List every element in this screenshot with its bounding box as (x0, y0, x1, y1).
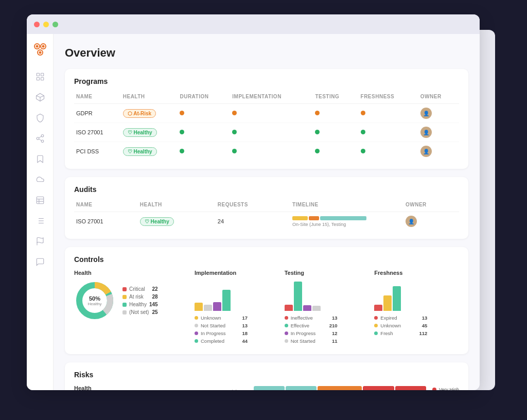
svg-line-15 (40, 96, 44, 97)
sidebar-item-grid[interactable] (34, 71, 46, 82)
audits-card: Audits NAME HEALTH REQUESTS TIMELINE OWN… (65, 177, 468, 239)
health-label: Health (74, 270, 187, 276)
avatar: 👤 (420, 127, 432, 138)
testing-panel: Testing Ineffective13 Effective210 In Pr… (285, 270, 370, 346)
col-duration: DURATION (178, 92, 230, 104)
sidebar-item-package[interactable] (34, 92, 46, 103)
page-title: Overview (65, 46, 468, 60)
heatmap-table: Very High 0 0 8 1 (205, 385, 427, 390)
sidebar-item-shield[interactable] (34, 112, 46, 124)
svg-line-20 (39, 139, 41, 141)
svg-point-7 (42, 45, 44, 48)
donut-label: Healthy (87, 302, 101, 306)
freshness-panel: Freshness Expired13 Unknown45 Fresh112 (374, 270, 459, 346)
col-implementation: IMPLEMENTATION (230, 92, 313, 104)
controls-metrics: Implementation Unknown17 Not Started13 (195, 270, 459, 346)
programs-table: NAME HEALTH DURATION IMPLEMENTATION TEST… (74, 92, 459, 161)
svg-point-8 (39, 51, 41, 54)
col-owner: OWNER (418, 92, 459, 104)
heatmap-row: Very High 0 0 8 1 (206, 386, 426, 390)
maximize-dot[interactable] (52, 22, 58, 27)
table-row: ISO 27001 ♡ Healthy 24 (74, 212, 459, 231)
sidebar (27, 34, 54, 390)
app-logo (32, 41, 48, 58)
controls-title: Controls (74, 255, 459, 264)
svg-rect-9 (37, 73, 39, 76)
main-content: Overview Programs NAME HEALTH DURATION I… (54, 34, 480, 390)
svg-rect-12 (41, 78, 43, 80)
implementation-panel: Implementation Unknown17 Not Started13 (195, 270, 279, 346)
svg-point-17 (41, 135, 44, 137)
risks-heatmap: Likelihood Very High 0 (195, 385, 459, 390)
donut-legend: Critical22 At risk28 Healthy145 (Not set… (122, 286, 158, 315)
sidebar-item-list[interactable] (34, 215, 46, 226)
svg-rect-11 (37, 78, 39, 80)
programs-card: Programs NAME HEALTH DURATION IMPLEMENTA… (65, 69, 468, 169)
col-name: NAME (74, 92, 121, 104)
svg-line-21 (39, 136, 41, 138)
col-health: HEALTH (121, 92, 178, 104)
close-dot[interactable] (34, 22, 40, 27)
svg-point-19 (41, 140, 44, 143)
sidebar-item-message[interactable] (34, 256, 46, 268)
table-row: GDPR ⬡ At-Risk 👤 (74, 104, 459, 123)
svg-rect-22 (37, 197, 44, 204)
main-window: Overview Programs NAME HEALTH DURATION I… (27, 14, 480, 390)
svg-rect-10 (41, 73, 43, 76)
health-badge: ♡ Healthy (123, 128, 157, 137)
donut-percentage: 50% (87, 295, 101, 302)
programs-title: Programs (74, 77, 459, 85)
avatar: 👤 (420, 146, 432, 157)
risk-heatmap-legend: Very High High Moderate Low Very Low Not… (432, 385, 459, 390)
risks-health-panel: Health (74, 385, 187, 390)
sidebar-item-cloud[interactable] (34, 174, 46, 185)
col-testing: TESTING (313, 92, 358, 104)
svg-point-18 (37, 137, 39, 140)
svg-point-6 (36, 45, 38, 48)
table-row: ISO 27001 ♡ Healthy 👤 (74, 123, 459, 142)
titlebar (27, 14, 480, 34)
col-freshness: FRESHNESS (359, 92, 418, 104)
health-badge: ⬡ At-Risk (123, 109, 156, 118)
sidebar-item-flag[interactable] (34, 236, 46, 247)
sidebar-item-bookmark[interactable] (34, 153, 46, 165)
svg-line-16 (36, 96, 40, 97)
risks-card: Risks Health (65, 362, 468, 390)
minimize-dot[interactable] (43, 22, 49, 27)
table-row: PCI DSS ♡ Healthy 👤 (74, 142, 459, 161)
risks-title: Risks (74, 371, 459, 379)
sidebar-item-table[interactable] (34, 195, 46, 206)
avatar: 👤 (406, 216, 417, 227)
health-badge: ♡ Healthy (123, 147, 157, 156)
controls-health-panel: Health (74, 270, 187, 346)
controls-card: Controls Health (65, 247, 468, 354)
sidebar-item-share[interactable] (34, 133, 46, 144)
avatar: 👤 (420, 108, 432, 119)
audits-table: NAME HEALTH REQUESTS TIMELINE OWNER ISO … (74, 200, 459, 231)
audits-title: Audits (74, 185, 459, 194)
health-badge: ♡ Healthy (140, 217, 174, 226)
